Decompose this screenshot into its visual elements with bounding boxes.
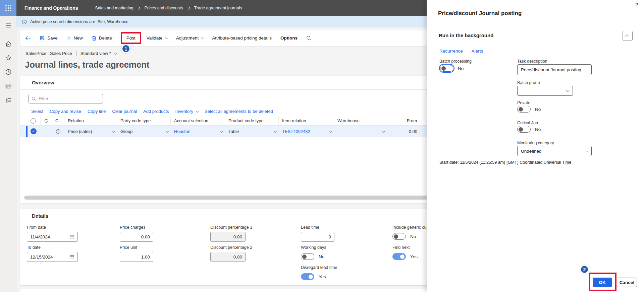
chevron-down-icon [114, 51, 117, 55]
delete-button[interactable]: Delete [92, 35, 112, 41]
discount-percentage-2-field: Discount percentage 2 0.00 [210, 245, 246, 262]
disregard-lead-time-toggle[interactable] [301, 273, 314, 280]
task-description-label: Task description [517, 59, 547, 64]
rail-modules-button[interactable] [0, 93, 16, 107]
home-icon [5, 41, 12, 47]
link-clear-journal[interactable]: Clear journal [112, 109, 137, 114]
row-info-button[interactable] [52, 126, 64, 137]
horizontal-scrollbar[interactable] [24, 196, 428, 200]
ok-button[interactable]: OK [593, 278, 612, 287]
new-button[interactable]: New [66, 35, 83, 41]
rail-workspaces-button[interactable] [0, 79, 16, 93]
task-description-input[interactable] [521, 67, 588, 72]
app-launcher-button[interactable] [0, 0, 16, 16]
link-copy-line[interactable]: Copy line [88, 109, 106, 114]
save-icon [40, 35, 45, 41]
action-pane: Save New Delete Post Validate Adjustment [20, 30, 433, 46]
calendar-icon[interactable] [69, 254, 74, 260]
from-value: 0.00 [409, 129, 417, 134]
product-name[interactable]: Finance and Operations [24, 5, 78, 11]
party-code-type-cell[interactable]: Group [117, 126, 171, 137]
account-selection-cell[interactable]: Houston [171, 126, 225, 137]
item-relation-cell[interactable]: TEST4002432 [279, 126, 334, 137]
rail-home-button[interactable] [0, 37, 16, 51]
critical-job-state: No [535, 127, 541, 132]
from-cell[interactable]: 0.00 [387, 126, 421, 137]
lead-time-input[interactable]: 0 [301, 232, 334, 242]
critical-job-toggle[interactable] [517, 126, 531, 133]
column-header-party-code-type[interactable]: Party code type [117, 116, 171, 125]
link-select-all-agreements[interactable]: Select all agreements to be deleted [205, 109, 273, 114]
link-select[interactable]: Select [31, 109, 43, 114]
column-header-product-code-type[interactable]: Product code type [225, 116, 279, 125]
column-header-relation[interactable]: Relation [64, 116, 117, 125]
refresh-column-header[interactable] [41, 116, 52, 125]
chevron-down-icon [220, 129, 223, 133]
view-selector[interactable]: Standard view * [80, 51, 116, 56]
table-row[interactable]: ✓ Price (sales) Group Houston [20, 126, 433, 137]
column-header-c[interactable]: C... [52, 116, 64, 125]
rail-favorites-button[interactable] [0, 51, 16, 65]
column-header-from[interactable]: From [387, 116, 421, 125]
adjustment-button[interactable]: Adjustment [176, 35, 204, 41]
toolbar-search-button[interactable] [306, 35, 312, 41]
calendar-icon[interactable] [69, 234, 74, 239]
from-date-input[interactable]: 11/4/2024 [27, 232, 78, 242]
tab-alerts[interactable]: Alerts [472, 49, 483, 54]
price-unit-input[interactable]: 1.00 [120, 252, 153, 262]
batch-processing-label: Batch processing [439, 59, 472, 64]
chevron-down-icon [166, 129, 169, 133]
warehouse-cell[interactable] [334, 126, 387, 137]
menu-icon [5, 22, 12, 29]
row-checkbox[interactable]: ✓ [26, 126, 41, 137]
column-header-account-selection[interactable]: Account selection [171, 116, 225, 125]
column-header-warehouse[interactable]: Warehouse [334, 116, 387, 125]
help-button[interactable]: ? [635, 2, 638, 7]
discount-percentage-2-label: Discount percentage 2 [210, 245, 246, 250]
tab-recurrence[interactable]: Recurrence [439, 49, 463, 54]
relation-cell[interactable]: Price (sales) [64, 126, 117, 137]
chevron-down-icon [585, 149, 588, 152]
product-code-type-cell[interactable]: Table [225, 126, 279, 137]
disregard-lead-time-state: Yes [319, 274, 326, 279]
item-relation-value[interactable]: TEST4002432 [282, 129, 310, 134]
batch-group-dropdown[interactable] [517, 86, 573, 96]
link-add-products[interactable]: Add products [143, 109, 169, 114]
breadcrumb-item-sales-and-marketing[interactable]: Sales and marketing [95, 6, 133, 10]
refresh-icon [44, 119, 49, 123]
selected-row-indicator [26, 126, 28, 137]
rail-recent-button[interactable] [0, 65, 16, 79]
attribute-based-pricing-button[interactable]: Attribute-based pricing details [212, 35, 272, 41]
column-header-item-relation[interactable]: Item relation [279, 116, 334, 125]
link-inventory[interactable]: Inventory [175, 109, 198, 114]
private-toggle[interactable] [517, 106, 531, 113]
rail-menu-button[interactable] [0, 19, 16, 32]
toggle-knob-icon [441, 66, 446, 71]
back-button[interactable] [25, 35, 31, 41]
details-section-title: Details [20, 209, 433, 223]
account-selection-value[interactable]: Houston [174, 129, 190, 134]
options-button[interactable]: Options [280, 35, 298, 41]
include-generic-currency-toggle[interactable] [392, 233, 406, 240]
price-charges-input[interactable]: 0.00 [120, 232, 153, 242]
cancel-button[interactable]: Cancel [617, 278, 637, 287]
top-bar-divider [86, 4, 86, 12]
collapse-section-button[interactable] [623, 31, 633, 41]
validate-button[interactable]: Validate [147, 35, 167, 41]
monitoring-category-dropdown[interactable]: Undefined [517, 146, 592, 156]
find-next-toggle[interactable] [392, 253, 406, 260]
discount-percentage-2-input: 0.00 [210, 252, 246, 262]
delete-button-label: Delete [99, 35, 112, 41]
breadcrumb-item-trade-agreement-journals[interactable]: Trade agreement journals [194, 6, 242, 10]
step-badge-2: 2 [580, 265, 589, 274]
post-button[interactable]: Post [126, 35, 136, 41]
save-button[interactable]: Save [40, 35, 58, 41]
filter-input[interactable] [39, 96, 100, 101]
include-generic-currency-state: No [410, 234, 416, 239]
working-days-toggle[interactable] [301, 253, 314, 260]
breadcrumb-item-prices-and-discounts[interactable]: Prices and discounts [144, 6, 183, 10]
link-copy-and-revise[interactable]: Copy and revise [50, 109, 81, 114]
select-all-column-header[interactable] [26, 116, 41, 125]
to-date-input[interactable]: 12/15/2024 [27, 252, 78, 262]
batch-processing-toggle[interactable] [440, 65, 453, 72]
